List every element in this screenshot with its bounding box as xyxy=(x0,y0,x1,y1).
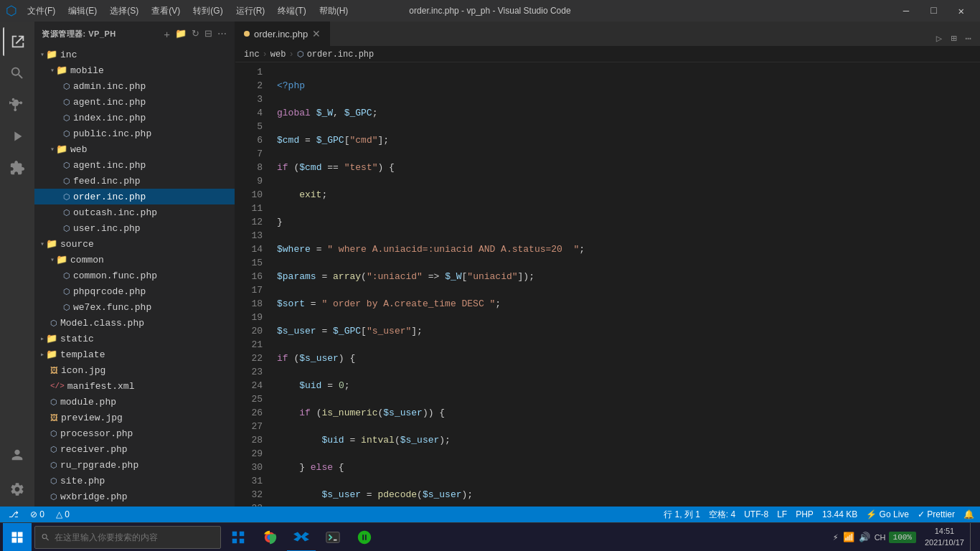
bc-sep1: › xyxy=(263,50,268,60)
tree-item-preview-jpg[interactable]: 🖼 preview.jpg xyxy=(34,410,235,425)
tree-item-source[interactable]: ▾ 📁 source xyxy=(34,236,235,252)
code-content[interactable]: <?php global $_W, $_GPC; $cmd = $_GPC["c… xyxy=(271,62,980,507)
extensions-icon[interactable] xyxy=(3,154,32,182)
taskbar-view-icon[interactable] xyxy=(224,523,253,552)
account-icon[interactable] xyxy=(3,441,32,469)
close-button[interactable]: ✕ xyxy=(948,2,974,20)
settings-icon[interactable] xyxy=(3,475,32,504)
encoding[interactable]: UTF-8 xyxy=(744,509,768,519)
tree-item-we7ex[interactable]: ⬡ we7ex.func.php xyxy=(34,299,235,315)
percent-indicator[interactable]: 100% xyxy=(889,532,916,543)
taskbar-search-input[interactable] xyxy=(55,532,215,542)
tree-item-template[interactable]: ▸ 📁 template xyxy=(34,347,235,362)
taskbar-search[interactable] xyxy=(34,526,221,549)
taskbar-chat-icon[interactable] xyxy=(350,523,379,552)
run-icon[interactable] xyxy=(3,122,32,151)
tree-item-admin-inc[interactable]: ⬡ admin.inc.php xyxy=(34,78,235,94)
tree-item-outcash-inc[interactable]: ⬡ outcash.inc.php xyxy=(34,204,235,220)
tree-item-manifest-xml[interactable]: </> manifest.xml xyxy=(34,378,235,394)
tree-item-icon-jpg[interactable]: 🖼 icon.jpg xyxy=(34,362,235,378)
golive-button[interactable]: ⚡ Go Live xyxy=(866,509,909,519)
source-control-icon[interactable] xyxy=(3,90,32,119)
svg-rect-3 xyxy=(240,538,244,542)
minimize-button[interactable]: — xyxy=(893,2,919,20)
taskbar-vscode-icon[interactable] xyxy=(287,523,316,552)
tree-item-agent-inc[interactable]: ⬡ agent.inc.php xyxy=(34,94,235,110)
tab-order-inc[interactable]: order.inc.php ✕ xyxy=(235,22,330,46)
split-editor-icon[interactable]: ▷ xyxy=(933,31,945,46)
menu-edit[interactable]: 编辑(E) xyxy=(62,4,103,19)
tree-item-common[interactable]: ▾ 📁 common xyxy=(34,252,235,268)
bc-file[interactable]: order.inc.php xyxy=(307,50,374,60)
tree-label: outcash.inc.php xyxy=(73,207,157,218)
warnings-count[interactable]: △ 0 xyxy=(53,509,72,519)
tree-item-phpqrcode[interactable]: ⬡ phpqrcode.php xyxy=(34,283,235,299)
explorer-icon[interactable] xyxy=(3,27,32,56)
menu-goto[interactable]: 转到(G) xyxy=(187,4,228,19)
volume-icon[interactable]: 🔊 xyxy=(857,532,872,543)
tree-item-index-inc[interactable]: ⬡ index.inc.php xyxy=(34,110,235,126)
tree-item-processor-php[interactable]: ⬡ processor.php xyxy=(34,425,235,441)
errors-count[interactable]: ⊘ 0 xyxy=(27,509,47,519)
menu-file[interactable]: 文件(F) xyxy=(22,4,61,19)
tree-item-wxbridge-php[interactable]: ⬡ wxbridge.php xyxy=(34,489,235,504)
bc-web[interactable]: web xyxy=(270,50,286,60)
tree-item-public-inc[interactable]: ⬡ public.inc.php xyxy=(34,126,235,141)
eol[interactable]: LF xyxy=(777,509,787,519)
tab-close-icon[interactable]: ✕ xyxy=(312,28,321,39)
language-mode[interactable]: PHP xyxy=(796,509,814,519)
tree-label: we7ex.func.php xyxy=(73,302,151,313)
collapse-icon[interactable]: ⊟ xyxy=(204,28,213,40)
bc-inc[interactable]: inc xyxy=(244,50,260,60)
tree-label: static xyxy=(60,334,94,344)
tree-item-inc[interactable]: ▾ 📁 inc xyxy=(34,47,235,62)
menu-select[interactable]: 选择(S) xyxy=(104,4,144,19)
taskbar-clock[interactable]: 14:51 2021/10/17 xyxy=(920,526,969,548)
notification-icon[interactable]: 🔔 xyxy=(963,509,974,519)
tree-label: module.php xyxy=(60,397,116,408)
file-size: 13.44 KB xyxy=(822,509,857,519)
tree-item-mobile[interactable]: ▾ 📁 mobile xyxy=(34,62,235,78)
power-icon[interactable]: ⚡ xyxy=(831,532,840,543)
taskbar: ⚡ 📶 🔊 CH 100% 14:51 2021/10/17 xyxy=(0,522,980,551)
more-tabs-icon[interactable]: ⋯ xyxy=(963,31,974,46)
cursor-position[interactable]: 行 1, 列 1 xyxy=(664,509,700,521)
indent-size[interactable]: 空格: 4 xyxy=(709,509,735,521)
tree-item-ru-rpgrade[interactable]: ⬡ ru_rpgrade.php xyxy=(34,457,235,473)
tab-label: order.inc.php xyxy=(254,29,308,39)
menu-view[interactable]: 查看(V) xyxy=(146,4,186,19)
start-button[interactable] xyxy=(3,523,32,552)
tree-item-feed-inc[interactable]: ⬡ feed.inc.php xyxy=(34,173,235,189)
more-icon[interactable]: ⋯ xyxy=(217,28,227,40)
tree-label: order.inc.php xyxy=(73,192,146,202)
menu-help[interactable]: 帮助(H) xyxy=(314,4,354,19)
layout-icon[interactable]: ⊞ xyxy=(948,31,959,46)
tree-item-web[interactable]: ▾ 📁 web xyxy=(34,141,235,157)
refresh-icon[interactable]: ↻ xyxy=(192,28,200,40)
tree-label: preview.jpg xyxy=(61,413,123,423)
taskbar-terminal-icon[interactable] xyxy=(319,523,347,552)
keyboard-icon[interactable]: CH xyxy=(873,533,887,542)
prettier-button[interactable]: ✓ Prettier xyxy=(918,509,955,519)
taskbar-chrome-icon[interactable] xyxy=(255,523,284,552)
tree-item-order-inc[interactable]: ⬡ order.inc.php xyxy=(34,189,235,204)
tree-item-common-func[interactable]: ⬡ common.func.php xyxy=(34,268,235,283)
new-file-icon[interactable]: + xyxy=(164,28,171,40)
tree-item-module-php[interactable]: ⬡ module.php xyxy=(34,394,235,410)
wifi-icon[interactable]: 📶 xyxy=(842,532,856,543)
menu-terminal[interactable]: 终端(T) xyxy=(272,4,311,19)
tree-item-static[interactable]: ▸ 📁 static xyxy=(34,331,235,347)
search-icon[interactable] xyxy=(3,59,32,88)
tree-label: index.inc.php xyxy=(73,113,146,123)
tree-item-receiver-php[interactable]: ⬡ receiver.php xyxy=(34,441,235,457)
tree-item-agent-web[interactable]: ⬡ agent.inc.php xyxy=(34,157,235,173)
maximize-button[interactable]: □ xyxy=(920,2,946,20)
tree-item-user-inc[interactable]: ⬡ user.inc.php xyxy=(34,220,235,236)
tree-item-model[interactable]: ⬡ Model.class.php xyxy=(34,315,235,331)
git-branch-icon[interactable]: ⎇ xyxy=(6,509,22,519)
show-desktop-icon[interactable] xyxy=(970,523,974,552)
menu-run[interactable]: 运行(R) xyxy=(230,4,271,19)
tree-label: processor.php xyxy=(60,428,133,439)
tree-item-site-php[interactable]: ⬡ site.php xyxy=(34,473,235,489)
new-folder-icon[interactable]: 📁 xyxy=(175,28,187,40)
